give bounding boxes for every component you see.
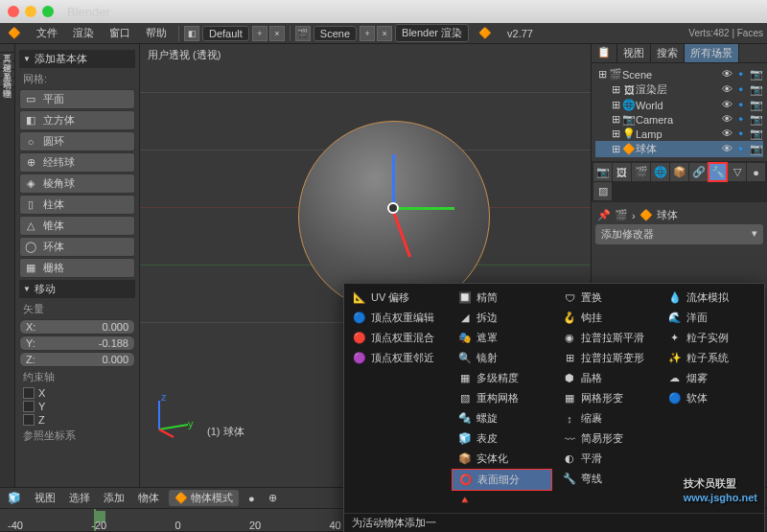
constraint-X[interactable]: X	[19, 386, 135, 400]
mesh-5[interactable]: ▯柱体	[19, 195, 135, 215]
mesh-3[interactable]: ⊕经纬球	[19, 152, 135, 173]
mesh-4[interactable]: ◈棱角球	[19, 173, 135, 194]
render-icon[interactable]: 📷	[750, 68, 763, 81]
layout-prev-button[interactable]: ◧	[184, 26, 199, 41]
scene-browse-button[interactable]: 🎬	[295, 26, 311, 41]
outliner-row[interactable]: ⊞📷Camera👁🔹📷	[595, 112, 763, 127]
tab-create[interactable]: 创建	[0, 53, 14, 61]
modifier-item[interactable]: 🔩螺旋	[452, 408, 553, 428]
eye-icon[interactable]: 👁	[722, 68, 732, 81]
layout-del-button[interactable]: ×	[269, 26, 285, 41]
prop-tab-object[interactable]: 📦	[670, 163, 688, 181]
vp-menu-add[interactable]: 添加	[100, 491, 128, 505]
modifier-item[interactable]: 💧流体模拟	[662, 288, 763, 308]
render-icon[interactable]: 📷	[750, 113, 763, 126]
scene-del-button[interactable]: ×	[377, 26, 392, 41]
modifier-item[interactable]: 〰简易形变	[556, 428, 658, 449]
prop-tab-material[interactable]: ●	[747, 163, 765, 181]
modifier-item[interactable]: 🪝钩挂	[556, 308, 658, 328]
eye-icon[interactable]: 👁	[722, 83, 732, 96]
mesh-1[interactable]: ◧立方体	[19, 110, 135, 130]
arrow-icon[interactable]: 🔹	[734, 83, 748, 96]
add-primitive-header[interactable]: 添加基本体	[19, 50, 135, 68]
modifier-item[interactable]: ◐平滑	[556, 449, 658, 469]
prop-tab-world[interactable]: 🌐	[651, 163, 669, 181]
mesh-2[interactable]: ○圆环	[19, 131, 135, 151]
axis-field-2[interactable]: Z:0.000	[19, 352, 135, 367]
prop-tab-render[interactable]: 📷	[593, 163, 612, 181]
constraint-Z[interactable]: Z	[19, 413, 135, 427]
modifier-item[interactable]: ⊞拉普拉斯变形	[556, 348, 658, 368]
modifier-item[interactable]: ▦网格形变	[556, 388, 658, 408]
outliner-row[interactable]: ⊞🌐World👁🔹📷	[595, 98, 763, 112]
outliner-row[interactable]: ⊞💡Lamp👁🔹📷	[595, 127, 763, 141]
render-engine-selector[interactable]: Blender 渲染	[395, 24, 469, 42]
modifier-item[interactable]: 🛡置换	[556, 288, 658, 308]
render-icon[interactable]: 📷	[750, 127, 763, 140]
modifier-item[interactable]: ✨粒子系统	[662, 348, 763, 368]
mesh-6[interactable]: △锥体	[19, 216, 135, 236]
constraint-Y[interactable]: Y	[19, 400, 135, 413]
minimize-window-button[interactable]	[25, 6, 36, 17]
modifier-item[interactable]: 🔴顶点权重混合	[346, 328, 448, 348]
close-window-button[interactable]	[8, 6, 19, 17]
pin-icon[interactable]: 📌	[597, 209, 611, 221]
outliner-tab-view[interactable]: 视图	[617, 44, 651, 62]
eye-icon[interactable]: 👁	[722, 99, 732, 111]
eye-icon[interactable]: 👁	[722, 143, 732, 155]
render-icon[interactable]: 📷	[750, 143, 763, 155]
mode-selector[interactable]: 🔶 物体模式	[169, 490, 239, 506]
scene-selector[interactable]: Scene	[314, 26, 357, 41]
modifier-item[interactable]: ⬢晶格	[556, 368, 658, 388]
modifier-item[interactable]: 🔵软体	[662, 388, 763, 408]
prop-tab-data[interactable]: ▽	[728, 163, 746, 181]
modifier-item[interactable]: 📐UV 偏移	[346, 288, 448, 308]
breadcrumb-object[interactable]: 球体	[657, 208, 678, 222]
outliner-row[interactable]: ⊞🎬Scene👁🔹📷	[595, 67, 763, 81]
tab-physics[interactable]: 物理	[0, 79, 14, 87]
outliner-row[interactable]: ⊞🖼渲染层👁🔹📷	[595, 81, 763, 98]
shading-icon[interactable]: ●	[244, 493, 259, 504]
blender-icon[interactable]: 🔶	[0, 27, 29, 39]
layout-add-button[interactable]: +	[252, 26, 267, 41]
prop-tab-texture[interactable]: ▨	[593, 182, 612, 200]
modifier-item[interactable]: 🧊表皮	[452, 428, 553, 449]
add-modifier-button[interactable]: 添加修改器▾	[595, 224, 763, 244]
menu-help[interactable]: 帮助	[138, 26, 174, 40]
menu-file[interactable]: 文件	[29, 26, 65, 40]
menu-window[interactable]: 窗口	[102, 26, 138, 40]
axis-field-0[interactable]: X:0.000	[19, 319, 135, 335]
modifier-item[interactable]: 📦实体化	[452, 449, 553, 469]
editor-type-icon[interactable]: 🧊	[4, 492, 25, 504]
axis-field-1[interactable]: Y:-0.188	[19, 335, 135, 351]
modifier-item[interactable]: 🔧弯线	[556, 469, 658, 489]
prop-tab-constraints[interactable]: 🔗	[689, 163, 708, 181]
arrow-icon[interactable]: 🔹	[734, 68, 748, 81]
modifier-item[interactable]: 🔲精简	[452, 288, 553, 308]
eye-icon[interactable]: 👁	[722, 113, 732, 126]
modifier-item[interactable]: ◢拆边	[452, 308, 553, 328]
modifier-item[interactable]: ⭕表面细分	[452, 469, 553, 491]
pivot-icon[interactable]: ⊕	[265, 492, 281, 504]
modifier-item[interactable]: ✦粒子实例	[662, 328, 763, 348]
mesh-7[interactable]: ◯环体	[19, 237, 135, 257]
modifier-item[interactable]: 🌊洋面	[662, 308, 763, 328]
tab-tools[interactable]: 工具	[0, 44, 14, 53]
outliner-row[interactable]: ⊞🔶球体👁🔹📷	[595, 141, 763, 157]
modifier-item[interactable]: ↕缩裹	[556, 408, 658, 428]
vp-menu-select[interactable]: 选择	[65, 491, 94, 505]
prop-tab-layers[interactable]: 🖼	[613, 163, 631, 181]
outliner-editor-icon[interactable]: 📋	[592, 44, 617, 62]
arrow-icon[interactable]: 🔹	[734, 113, 748, 126]
modifier-item[interactable]: ▧重构网格	[452, 388, 553, 408]
modifier-item[interactable]: 🔺	[452, 491, 553, 509]
scene-add-button[interactable]: +	[360, 26, 375, 41]
prop-tab-modifiers[interactable]: 🔧	[709, 163, 727, 181]
modifier-item[interactable]: ☁烟雾	[662, 368, 763, 388]
translate-header[interactable]: 移动	[19, 280, 135, 298]
modifier-item[interactable]: ▦多级精度	[452, 368, 553, 388]
prop-tab-scene[interactable]: 🎬	[632, 163, 650, 181]
modifier-item[interactable]: ◉拉普拉斯平滑	[556, 328, 658, 348]
tab-relations[interactable]: 关系	[0, 61, 14, 70]
modifier-item[interactable]: 🎭遮罩	[452, 328, 553, 348]
